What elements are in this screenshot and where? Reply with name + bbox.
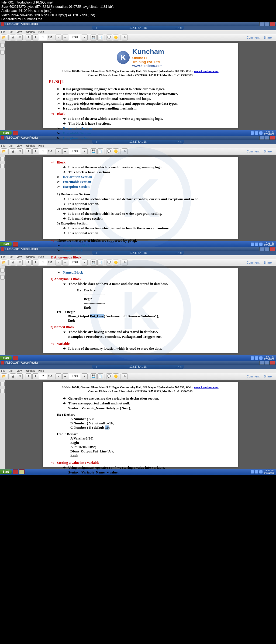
clock: 7:41 AM9/20/2020 <box>264 131 274 135</box>
menu-bar: File Edit View Window Help <box>0 30 276 34</box>
block-heading: Block <box>57 112 65 116</box>
thumbnails-tab[interactable] <box>0 43 5 47</box>
rc-close-icon[interactable]: × <box>180 26 182 29</box>
attachments-tab[interactable] <box>0 50 5 54</box>
bullet: It is a programming language which is us… <box>49 87 232 91</box>
arrow-item: This block is have 3 sections. <box>49 121 232 126</box>
maximize-button[interactable] <box>265 136 270 140</box>
share-link[interactable]: Share <box>264 36 272 39</box>
logo-icon: K <box>117 51 130 64</box>
close-button[interactable] <box>270 136 275 140</box>
minimize-button[interactable] <box>259 22 264 26</box>
arrow-item: It is one of the area which is used to w… <box>49 117 232 121</box>
page-up-button[interactable]: ⬆ <box>26 35 32 40</box>
plsql-heading: PL/SQL <box>49 79 232 84</box>
zoom-dd-icon[interactable]: ▾ <box>82 35 88 40</box>
page-total: / 51 <box>48 36 53 39</box>
close-button[interactable] <box>270 22 275 26</box>
bullet: It supports variables and conditional st… <box>49 97 232 101</box>
web-link[interactable]: www.k-onlines.com <box>194 69 219 73</box>
page-down-button[interactable]: ⬇ <box>32 35 38 40</box>
toolbar: 📂 🖨 ✉ ⬆ ⬇ / 51 − + ▾ 💾 📄 💬 🟡 ✎ Comment S… <box>0 34 276 41</box>
highlight-button[interactable]: 🟡 <box>113 35 119 40</box>
highlighted-text: Put_Line <box>90 314 104 318</box>
zoom-out-button[interactable]: − <box>56 35 61 40</box>
section-link: Executable Section <box>49 131 232 135</box>
comment-link[interactable]: Comment <box>247 36 260 39</box>
meta-gen: Generated by Thumbnail me <box>1 17 275 22</box>
side-panel <box>0 41 5 130</box>
minimize-button[interactable] <box>259 136 264 140</box>
menu-file[interactable]: File <box>1 30 5 33</box>
convert-button[interactable]: 📄 <box>97 35 103 40</box>
page-input[interactable] <box>39 35 47 40</box>
contact-line: Contact Ph No => Land Line : 040 – 42221… <box>49 73 232 77</box>
pin-icon[interactable]: ⊣ <box>94 26 97 29</box>
sign-button[interactable]: ✎ <box>122 35 128 40</box>
rc-max-icon[interactable]: ▫ <box>178 26 179 29</box>
meta-audio: Audio: aac, 44100 Hz, stereo (und) <box>1 9 275 13</box>
start-button[interactable]: Start <box>0 131 12 135</box>
page-input[interactable] <box>39 374 47 379</box>
open-button[interactable]: 📂 <box>1 35 7 40</box>
address-line: H- No: 100/B, Ground Floor, Near S.R.Nag… <box>49 69 232 73</box>
zoom-input[interactable] <box>69 35 81 40</box>
taskbar-pdf-icon[interactable] <box>13 131 18 135</box>
tray-icon[interactable] <box>251 131 254 135</box>
section-link: Exception Section <box>49 136 232 140</box>
window-title: PLSQL.pdf - Adobe Reader <box>5 22 38 25</box>
highlighted-text: 10 <box>105 425 109 430</box>
maximize-button[interactable] <box>265 22 270 26</box>
pdf-page: H- No: 100/B, Ground Floor, Near S.R.Nag… <box>43 382 238 467</box>
remote-bar: ⊣122.175.41.18–▫× <box>92 140 184 144</box>
section-link: Declaration Section <box>49 126 232 131</box>
window-titlebar: PLSQL.pdf - Adobe Reader <box>0 22 276 26</box>
remote-connection-bar: ⊣122.175.41.18–▫× <box>92 26 184 30</box>
save-button[interactable]: 💾 <box>91 35 96 40</box>
meta-size: Size: 602215270 bytes (574.32 MiB), dura… <box>1 5 275 9</box>
toolbar: 📂🖨✉⬆⬇/ 51−+▾💾📄💬🟡✎ CommentShare <box>0 148 276 155</box>
pdf-page: Named Block 1) Anonymous Block These blo… <box>43 268 238 353</box>
meta-file: File: 001 Introduction of PLSQL.mp4 <box>1 1 275 5</box>
company-name: Kuncham <box>132 47 164 56</box>
pdf-page: K Kuncham Online ITTraining Pvt. Ltd www… <box>43 43 238 128</box>
print-button[interactable]: 🖨 <box>10 35 16 40</box>
menu-bar: FileEditViewWindowHelp <box>0 144 276 148</box>
menu-help[interactable]: Help <box>38 30 44 33</box>
pdf-page: Block It is one of the area which is use… <box>43 157 238 239</box>
pdf-icon <box>1 22 4 26</box>
bullet: It supports object oriented programming … <box>49 101 232 106</box>
email-button[interactable]: ✉ <box>17 35 23 40</box>
bullet: It is used execute block of statements a… <box>49 92 232 96</box>
menu-window[interactable]: Window <box>26 30 35 33</box>
bullet: It supports handle the error handling me… <box>49 106 232 111</box>
rc-min-icon[interactable]: – <box>175 26 177 29</box>
meta-video: Video: h264, yuv420p, 1280x720, 30.00 fp… <box>1 13 275 18</box>
menu-edit[interactable]: Edit <box>9 30 13 33</box>
zoom-in-button[interactable]: + <box>62 35 68 40</box>
tray-icon[interactable] <box>255 131 258 135</box>
tray-icon[interactable] <box>259 131 263 135</box>
menu-view[interactable]: View <box>16 30 22 33</box>
company-url: www.k-onlines.com <box>132 64 164 68</box>
note-button[interactable]: 💬 <box>106 35 112 40</box>
